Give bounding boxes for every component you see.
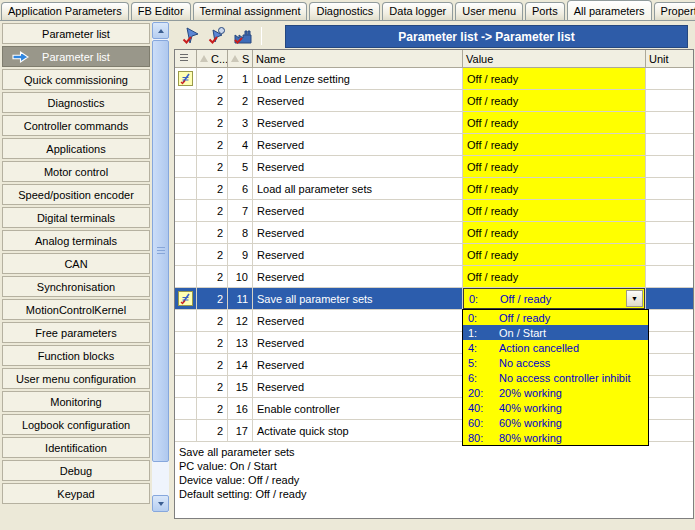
value-cell[interactable]: Off / ready ▼ <box>463 112 646 133</box>
arrow-right-icon <box>12 51 29 63</box>
sidebar-item[interactable]: MotionControlKernel <box>2 299 150 320</box>
combobox-dropdown-button[interactable]: ▼ <box>626 290 643 307</box>
dropdown-option[interactable]: 80: 80% working <box>463 430 648 445</box>
value-cell[interactable]: Off / ready ▼ <box>463 266 646 287</box>
dropdown-option[interactable]: 1: On / Start <box>463 325 648 340</box>
column-header-name[interactable]: Name <box>253 50 463 68</box>
subcode-cell: 14 <box>228 354 253 375</box>
subcode-cell: 17 <box>228 420 253 441</box>
tab[interactable]: Data logger <box>382 2 453 20</box>
table-row[interactable]: 2 7 Reserved Off / ready ▼ <box>175 200 693 222</box>
option-number: 0: <box>463 312 499 324</box>
dropdown-option[interactable]: 0: Off / ready <box>463 310 648 325</box>
sidebar-item[interactable]: Debug <box>2 460 150 481</box>
dropdown-option[interactable]: 4: Action cancelled <box>463 340 648 355</box>
table-row[interactable]: 2 5 Reserved Off / ready ▼ <box>175 156 693 178</box>
unit-cell <box>646 90 693 111</box>
tab[interactable]: User menu <box>455 2 523 20</box>
table-row[interactable]: 2 10 Reserved Off / ready ▼ <box>175 266 693 288</box>
unit-cell <box>646 354 693 375</box>
sidebar-item[interactable]: User menu configuration <box>2 368 150 389</box>
column-header-flag[interactable] <box>175 50 197 68</box>
dropdown-option[interactable]: 40: 40% working <box>463 400 648 415</box>
value-cell[interactable]: Off / ready ▼ <box>463 178 646 199</box>
sidebar-item[interactable]: Free parameters <box>2 322 150 343</box>
name-cell: Reserved <box>253 156 463 177</box>
tab[interactable]: Properties <box>654 2 695 20</box>
table-row[interactable]: 2 1 Load Lenze setting Off / ready ▼ <box>175 68 693 90</box>
option-label: No access <box>499 357 550 369</box>
option-number: 5: <box>463 357 499 369</box>
subcode-cell: 2 <box>228 90 253 111</box>
triangle-down-icon <box>158 502 164 506</box>
app-window: Application Parameters FB Editor Termina… <box>0 0 695 530</box>
table-row[interactable]: 2 9 Reserved Off / ready ▼ <box>175 244 693 266</box>
scrollbar-down-button[interactable] <box>152 495 169 512</box>
table-row[interactable]: 2 8 Reserved Off / ready ▼ <box>175 222 693 244</box>
name-cell: Reserved <box>253 222 463 243</box>
dropdown-option[interactable]: 60: 60% working <box>463 415 648 430</box>
value-cell[interactable]: Off / ready ▼ <box>463 68 646 89</box>
column-header-value[interactable]: Value <box>463 50 646 68</box>
tab[interactable]: All parameters <box>567 0 652 21</box>
sidebar-item[interactable]: Analog terminals <box>2 230 150 251</box>
row-flag-cell <box>175 200 197 221</box>
subcode-cell: 12 <box>228 310 253 331</box>
value-cell[interactable]: Off / ready ▼ <box>463 156 646 177</box>
code-cell: 2 <box>197 222 228 243</box>
subcode-cell: 5 <box>228 156 253 177</box>
sidebar-item[interactable]: Parameter list <box>2 23 150 44</box>
column-header-code[interactable]: C... <box>197 50 228 68</box>
tab[interactable]: Terminal assignment <box>193 2 308 20</box>
accept-all-parameters-icon[interactable] <box>232 26 254 46</box>
sidebar-item[interactable]: Parameter list <box>2 46 150 67</box>
value-cell[interactable]: Off / ready ▼ <box>463 222 646 243</box>
accept-parameter-icon[interactable] <box>180 26 202 46</box>
code-cell: 2 <box>197 354 228 375</box>
sidebar-item[interactable]: Synchronisation <box>2 276 150 297</box>
column-header-sub[interactable]: S <box>228 50 253 68</box>
sidebar-item[interactable]: Keypad <box>2 483 150 504</box>
unit-cell <box>646 156 693 177</box>
value-cell[interactable]: 0: Off / ready ▼ <box>463 288 646 309</box>
value-cell[interactable]: Off / ready ▼ <box>463 244 646 265</box>
sidebar-item[interactable]: Motor control <box>2 161 150 182</box>
scrollbar-up-button[interactable] <box>152 22 169 39</box>
accept-parameter-save-icon[interactable] <box>206 26 228 46</box>
sidebar-item[interactable]: Identification <box>2 437 150 458</box>
sidebar-scrollbar[interactable] <box>152 22 169 512</box>
value-text: Off / ready <box>463 205 518 217</box>
tab[interactable]: Application Parameters <box>1 2 129 20</box>
unit-cell <box>646 332 693 353</box>
sidebar-item[interactable]: CAN <box>2 253 150 274</box>
dropdown-option[interactable]: 5: No access <box>463 355 648 370</box>
sidebar-item[interactable]: Quick commissioning <box>2 69 150 90</box>
table-row[interactable]: 2 2 Reserved Off / ready ▼ <box>175 90 693 112</box>
code-cell: 2 <box>197 156 228 177</box>
dropdown-option[interactable]: 20: 20% working <box>463 385 648 400</box>
tab[interactable]: FB Editor <box>131 2 191 20</box>
tab[interactable]: Diagnostics <box>309 2 380 20</box>
sidebar-item[interactable]: Digital terminals <box>2 207 150 228</box>
table-row[interactable]: 2 4 Reserved Off / ready ▼ <box>175 134 693 156</box>
sidebar-item[interactable]: Function blocks <box>2 345 150 366</box>
table-row[interactable]: 2 6 Load all parameter sets Off / ready … <box>175 178 693 200</box>
unit-cell <box>646 134 693 155</box>
sidebar-item[interactable]: Logbook configuration <box>2 414 150 435</box>
value-cell[interactable]: Off / ready ▼ <box>463 134 646 155</box>
sidebar-item[interactable]: Monitoring <box>2 391 150 412</box>
table-row[interactable]: 2 11 Save all parameter sets 0: Off / re… <box>175 288 693 310</box>
value-combobox[interactable]: 0: Off / ready ▼ <box>463 288 645 309</box>
sidebar-item[interactable]: Applications <box>2 138 150 159</box>
table-row[interactable]: 2 3 Reserved Off / ready ▼ <box>175 112 693 134</box>
sidebar-item[interactable]: Controller commands <box>2 115 150 136</box>
value-cell[interactable]: Off / ready ▼ <box>463 200 646 221</box>
scrollbar-thumb[interactable] <box>152 40 169 462</box>
tab[interactable]: Ports <box>525 2 565 20</box>
value-cell[interactable]: Off / ready ▼ <box>463 90 646 111</box>
dropdown-option[interactable]: 6: No access controller inhibit <box>463 370 648 385</box>
column-header-unit[interactable]: Unit <box>646 50 693 68</box>
sidebar-item[interactable]: Diagnostics <box>2 92 150 113</box>
code-cell: 2 <box>197 68 228 89</box>
sidebar-item[interactable]: Speed/position encoder <box>2 184 150 205</box>
